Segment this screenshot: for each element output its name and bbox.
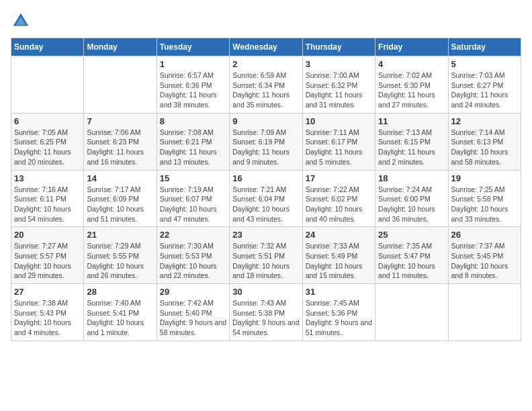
day-number: 23 — [232, 230, 299, 240]
day-cell: 6Sunrise: 7:05 AM Sunset: 6:25 PM Daylig… — [11, 113, 84, 170]
day-info: Sunrise: 7:11 AM Sunset: 6:17 PM Dayligh… — [306, 128, 372, 167]
day-cell: 5Sunrise: 7:03 AM Sunset: 6:27 PM Daylig… — [448, 56, 521, 113]
day-number: 16 — [232, 173, 299, 183]
day-info: Sunrise: 7:13 AM Sunset: 6:15 PM Dayligh… — [378, 128, 445, 167]
day-number: 24 — [306, 230, 372, 240]
day-info: Sunrise: 7:03 AM Sunset: 6:27 PM Dayligh… — [451, 71, 518, 110]
day-cell: 3Sunrise: 7:00 AM Sunset: 6:32 PM Daylig… — [302, 56, 375, 113]
day-cell: 23Sunrise: 7:32 AM Sunset: 5:51 PM Dayli… — [230, 227, 302, 284]
day-info: Sunrise: 7:25 AM Sunset: 5:58 PM Dayligh… — [451, 185, 518, 224]
day-number: 4 — [378, 59, 445, 69]
day-info: Sunrise: 7:00 AM Sunset: 6:32 PM Dayligh… — [306, 71, 372, 110]
day-info: Sunrise: 7:22 AM Sunset: 6:02 PM Dayligh… — [306, 185, 372, 224]
logo-icon — [11, 11, 31, 31]
day-info: Sunrise: 7:19 AM Sunset: 6:07 PM Dayligh… — [160, 185, 226, 224]
day-info: Sunrise: 6:59 AM Sunset: 6:34 PM Dayligh… — [232, 71, 299, 110]
day-cell: 19Sunrise: 7:25 AM Sunset: 5:58 PM Dayli… — [448, 170, 521, 227]
day-cell: 9Sunrise: 7:09 AM Sunset: 6:19 PM Daylig… — [230, 113, 302, 170]
weekday-header-sunday: Sunday — [11, 38, 84, 56]
day-info: Sunrise: 7:17 AM Sunset: 6:09 PM Dayligh… — [87, 185, 153, 224]
logo — [11, 11, 34, 31]
day-number: 20 — [14, 230, 81, 240]
day-info: Sunrise: 7:06 AM Sunset: 6:23 PM Dayligh… — [87, 128, 153, 167]
day-number: 18 — [378, 173, 445, 183]
day-cell: 2Sunrise: 6:59 AM Sunset: 6:34 PM Daylig… — [230, 56, 302, 113]
day-number: 25 — [378, 230, 445, 240]
weekday-header-friday: Friday — [375, 38, 448, 56]
day-cell: 1Sunrise: 6:57 AM Sunset: 6:36 PM Daylig… — [157, 56, 229, 113]
day-info: Sunrise: 7:45 AM Sunset: 5:36 PM Dayligh… — [306, 298, 372, 338]
day-cell: 15Sunrise: 7:19 AM Sunset: 6:07 PM Dayli… — [157, 170, 229, 227]
day-number: 6 — [14, 116, 81, 126]
day-info: Sunrise: 7:08 AM Sunset: 6:21 PM Dayligh… — [160, 128, 226, 167]
day-info: Sunrise: 7:02 AM Sunset: 6:30 PM Dayligh… — [378, 71, 445, 110]
day-number: 31 — [306, 287, 372, 297]
day-number: 9 — [232, 116, 299, 126]
day-info: Sunrise: 7:05 AM Sunset: 6:25 PM Dayligh… — [14, 128, 81, 167]
day-info: Sunrise: 7:16 AM Sunset: 6:11 PM Dayligh… — [14, 185, 81, 224]
weekday-header-wednesday: Wednesday — [230, 38, 302, 56]
day-cell: 21Sunrise: 7:29 AM Sunset: 5:55 PM Dayli… — [84, 227, 157, 284]
day-info: Sunrise: 7:42 AM Sunset: 5:40 PM Dayligh… — [160, 298, 226, 338]
day-info: Sunrise: 7:37 AM Sunset: 5:45 PM Dayligh… — [451, 241, 518, 281]
day-number: 30 — [232, 287, 299, 297]
page-header — [11, 11, 521, 31]
day-cell: 22Sunrise: 7:30 AM Sunset: 5:53 PM Dayli… — [157, 227, 229, 284]
day-cell — [84, 56, 157, 113]
day-number: 12 — [451, 116, 518, 126]
day-number: 28 — [87, 287, 153, 297]
day-cell — [11, 56, 84, 113]
day-info: Sunrise: 7:32 AM Sunset: 5:51 PM Dayligh… — [232, 241, 299, 281]
day-info: Sunrise: 7:27 AM Sunset: 5:57 PM Dayligh… — [14, 241, 81, 281]
day-number: 7 — [87, 116, 153, 126]
day-info: Sunrise: 7:14 AM Sunset: 6:13 PM Dayligh… — [451, 128, 518, 167]
weekday-header-row: SundayMondayTuesdayWednesdayThursdayFrid… — [11, 38, 521, 56]
day-info: Sunrise: 7:35 AM Sunset: 5:47 PM Dayligh… — [378, 241, 445, 281]
day-cell: 4Sunrise: 7:02 AM Sunset: 6:30 PM Daylig… — [375, 56, 448, 113]
week-row-5: 27Sunrise: 7:38 AM Sunset: 5:43 PM Dayli… — [11, 284, 521, 341]
week-row-1: 1Sunrise: 6:57 AM Sunset: 6:36 PM Daylig… — [11, 56, 521, 113]
day-cell: 16Sunrise: 7:21 AM Sunset: 6:04 PM Dayli… — [230, 170, 302, 227]
day-cell — [375, 284, 448, 341]
day-number: 1 — [160, 59, 226, 69]
day-number: 11 — [378, 116, 445, 126]
day-cell: 8Sunrise: 7:08 AM Sunset: 6:21 PM Daylig… — [157, 113, 229, 170]
day-cell: 24Sunrise: 7:33 AM Sunset: 5:49 PM Dayli… — [302, 227, 375, 284]
day-number: 29 — [160, 287, 226, 297]
day-cell: 28Sunrise: 7:40 AM Sunset: 5:41 PM Dayli… — [84, 284, 157, 341]
day-info: Sunrise: 7:29 AM Sunset: 5:55 PM Dayligh… — [87, 241, 153, 281]
day-number: 13 — [14, 173, 81, 183]
day-number: 10 — [306, 116, 372, 126]
day-info: Sunrise: 7:24 AM Sunset: 6:00 PM Dayligh… — [378, 185, 445, 224]
day-cell: 25Sunrise: 7:35 AM Sunset: 5:47 PM Dayli… — [375, 227, 448, 284]
weekday-header-saturday: Saturday — [448, 38, 521, 56]
day-cell: 11Sunrise: 7:13 AM Sunset: 6:15 PM Dayli… — [375, 113, 448, 170]
weekday-header-thursday: Thursday — [302, 38, 375, 56]
weekday-header-monday: Monday — [84, 38, 157, 56]
day-cell: 14Sunrise: 7:17 AM Sunset: 6:09 PM Dayli… — [84, 170, 157, 227]
weekday-header-tuesday: Tuesday — [157, 38, 229, 56]
day-number: 26 — [451, 230, 518, 240]
day-cell: 12Sunrise: 7:14 AM Sunset: 6:13 PM Dayli… — [448, 113, 521, 170]
day-number: 5 — [451, 59, 518, 69]
day-info: Sunrise: 7:30 AM Sunset: 5:53 PM Dayligh… — [160, 241, 226, 281]
day-cell: 18Sunrise: 7:24 AM Sunset: 6:00 PM Dayli… — [375, 170, 448, 227]
day-number: 15 — [160, 173, 226, 183]
day-cell: 13Sunrise: 7:16 AM Sunset: 6:11 PM Dayli… — [11, 170, 84, 227]
day-info: Sunrise: 7:38 AM Sunset: 5:43 PM Dayligh… — [14, 298, 81, 338]
day-number: 2 — [232, 59, 299, 69]
day-number: 21 — [87, 230, 153, 240]
week-row-4: 20Sunrise: 7:27 AM Sunset: 5:57 PM Dayli… — [11, 227, 521, 284]
day-cell: 7Sunrise: 7:06 AM Sunset: 6:23 PM Daylig… — [84, 113, 157, 170]
day-number: 8 — [160, 116, 226, 126]
day-info: Sunrise: 7:21 AM Sunset: 6:04 PM Dayligh… — [232, 185, 299, 224]
day-cell: 10Sunrise: 7:11 AM Sunset: 6:17 PM Dayli… — [302, 113, 375, 170]
day-info: Sunrise: 7:33 AM Sunset: 5:49 PM Dayligh… — [306, 241, 372, 281]
day-info: Sunrise: 6:57 AM Sunset: 6:36 PM Dayligh… — [160, 71, 226, 110]
day-number: 17 — [306, 173, 372, 183]
day-cell: 31Sunrise: 7:45 AM Sunset: 5:36 PM Dayli… — [302, 284, 375, 341]
day-number: 22 — [160, 230, 226, 240]
day-cell: 26Sunrise: 7:37 AM Sunset: 5:45 PM Dayli… — [448, 227, 521, 284]
day-number: 14 — [87, 173, 153, 183]
day-number: 27 — [14, 287, 81, 297]
